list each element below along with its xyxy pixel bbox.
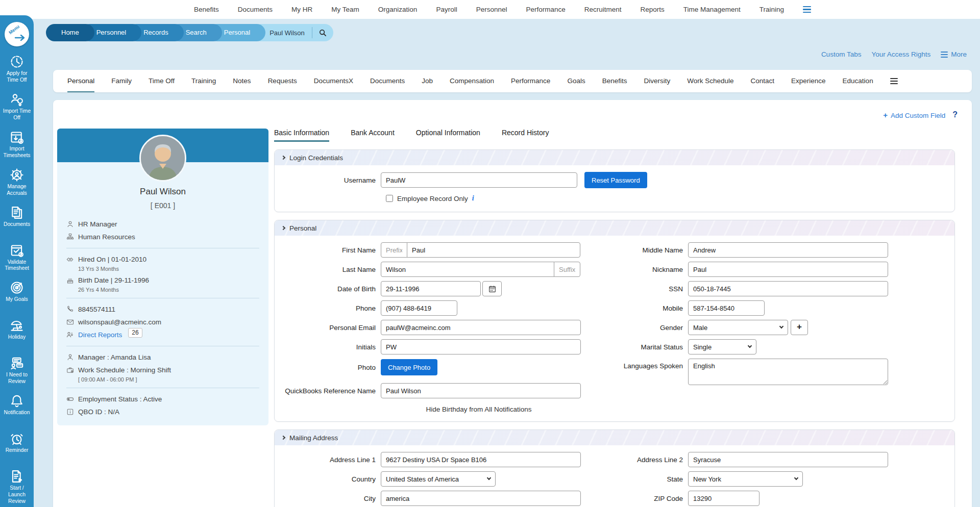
tab-job[interactable]: Job (422, 70, 433, 92)
tab-time-off[interactable]: Time Off (149, 70, 175, 92)
state-select[interactable]: New York (688, 471, 803, 487)
info-icon[interactable] (472, 194, 474, 202)
tab-diversity[interactable]: Diversity (644, 70, 670, 92)
nav-personnel[interactable]: Personnel (476, 6, 507, 13)
personal-email-input[interactable] (381, 320, 581, 335)
nav-organization[interactable]: Organization (378, 6, 418, 13)
mailing-address-header[interactable]: Mailing Address (275, 430, 954, 445)
tab-experience[interactable]: Experience (791, 70, 826, 92)
gender-select[interactable]: Male (688, 320, 788, 335)
divider (66, 346, 259, 346)
sidebar-item-documents[interactable]: Documents (0, 206, 34, 243)
city-input[interactable] (381, 491, 581, 506)
sidebar-item-validate-timesheet[interactable]: Validate Timesheet (0, 243, 34, 281)
nav-my-team[interactable]: My Team (331, 6, 359, 13)
sidebar-item-i-need-to-review[interactable]: I Need to Review (0, 356, 34, 394)
address-line-1-input[interactable] (381, 452, 581, 467)
nav-performance[interactable]: Performance (526, 6, 565, 13)
change-photo-button[interactable]: Change Photo (381, 359, 437, 375)
state-label: State (611, 475, 688, 483)
personal-header[interactable]: Personal (275, 220, 954, 236)
prefix-input[interactable] (381, 242, 407, 258)
add-gender-button[interactable] (791, 320, 808, 335)
mobile-input[interactable] (688, 300, 765, 316)
top-nav-hamburger-icon[interactable] (803, 6, 811, 13)
nav-payroll[interactable]: Payroll (436, 6, 457, 13)
nav-reports[interactable]: Reports (641, 6, 665, 13)
nav-benefits[interactable]: Benefits (194, 6, 219, 13)
tab-documents[interactable]: Documents (370, 70, 405, 92)
tab-documentsx[interactable]: DocumentsX (314, 70, 353, 92)
quickbooks-input[interactable] (381, 383, 581, 398)
tab-family[interactable]: Family (111, 70, 132, 92)
employee-record-only-checkbox[interactable] (386, 195, 393, 202)
arrow-right-icon (14, 34, 26, 41)
sidebar-item-reminder[interactable]: Reminder (0, 432, 34, 469)
languages-textarea[interactable]: English (688, 359, 888, 385)
nav-documents[interactable]: Documents (238, 6, 273, 13)
sidebar-item-apply-time-off[interactable]: Apply for Time Off (0, 55, 34, 92)
username-input[interactable] (381, 172, 577, 188)
tab-goals[interactable]: Goals (567, 70, 585, 92)
last-name-input[interactable] (381, 262, 554, 277)
nickname-input[interactable] (688, 262, 888, 277)
direct-reports-count-badge[interactable]: 26 (128, 328, 142, 338)
help-icon[interactable]: ? (952, 110, 958, 119)
nav-my-hr[interactable]: My HR (291, 6, 312, 13)
tab-notes[interactable]: Notes (233, 70, 251, 92)
nav-time-management[interactable]: Time Management (683, 6, 741, 13)
suffix-input[interactable] (554, 262, 580, 277)
address-line-2-input[interactable] (688, 452, 888, 467)
initials-input[interactable] (381, 339, 581, 354)
tab-personal[interactable]: Personal (67, 70, 94, 92)
tab-bank-account[interactable]: Bank Account (351, 129, 395, 142)
sidebar-item-manage-accruals[interactable]: Manage Accruals (0, 168, 34, 206)
record-search-button[interactable] (312, 29, 333, 37)
custom-tabs-link[interactable]: Custom Tabs (821, 50, 862, 58)
employee-record-only-label: Employee Record Only (397, 195, 468, 202)
first-name-input[interactable] (407, 242, 580, 258)
sidebar-item-my-goals[interactable]: My Goals (0, 281, 34, 318)
direct-reports-link[interactable]: Direct Reports (78, 331, 122, 339)
tab-education[interactable]: Education (843, 70, 873, 92)
tab-training[interactable]: Training (191, 70, 216, 92)
tab-record-history[interactable]: Record History (502, 129, 549, 142)
tab-benefits[interactable]: Benefits (602, 70, 627, 92)
dob-input[interactable] (381, 281, 481, 296)
sidebar-item-import-time-off[interactable]: Import Time Off (0, 92, 34, 130)
country-select[interactable]: United States of America (381, 471, 496, 487)
access-rights-link[interactable]: Your Access Rights (871, 50, 930, 58)
tab-optional-information[interactable]: Optional Information (416, 129, 480, 142)
nav-recruitment[interactable]: Recruitment (584, 6, 622, 13)
marital-status-select[interactable]: Single (688, 339, 756, 354)
ssn-input[interactable] (688, 281, 888, 296)
tab-contact[interactable]: Contact (751, 70, 775, 92)
papers-icon (10, 206, 24, 220)
middle-name-input[interactable] (688, 242, 888, 258)
tab-basic-information[interactable]: Basic Information (274, 129, 329, 142)
tab-performance[interactable]: Performance (511, 70, 550, 92)
sidebar-item-holiday[interactable]: Holiday (0, 318, 34, 356)
more-link[interactable]: More (941, 50, 967, 58)
nav-training[interactable]: Training (760, 6, 784, 13)
zip-code-input[interactable] (688, 491, 760, 506)
menu-toggle-button[interactable]: Menu (5, 22, 29, 46)
breadcrumb-home[interactable]: Home (46, 24, 94, 41)
avatar[interactable] (139, 135, 186, 182)
tab-work-schedule[interactable]: Work Schedule (687, 70, 733, 92)
more-hamburger-icon (941, 52, 948, 58)
beach-icon (10, 318, 24, 333)
sidebar-item-notification[interactable]: Notification (0, 394, 34, 432)
login-credentials-header[interactable]: Login Credentials (275, 150, 954, 165)
add-custom-field-link[interactable]: Add Custom Field (883, 111, 945, 119)
tab-compensation[interactable]: Compensation (450, 70, 494, 92)
hide-birthday-note[interactable]: Hide Birthday from All Notifications (351, 405, 606, 413)
tab-requests[interactable]: Requests (268, 70, 297, 92)
tab-overflow-hamburger-icon[interactable] (890, 78, 898, 84)
calendar-picker-button[interactable] (482, 281, 502, 296)
left-sidebar: Menu Apply for Time Off Import Time Off … (0, 15, 34, 507)
sidebar-item-start-launch-review[interactable]: Start / Launch Review (0, 469, 34, 507)
sidebar-item-import-timesheets[interactable]: Import Timesheets (0, 130, 34, 168)
phone-input[interactable] (381, 300, 457, 316)
reset-password-button[interactable]: Reset Password (584, 172, 647, 188)
